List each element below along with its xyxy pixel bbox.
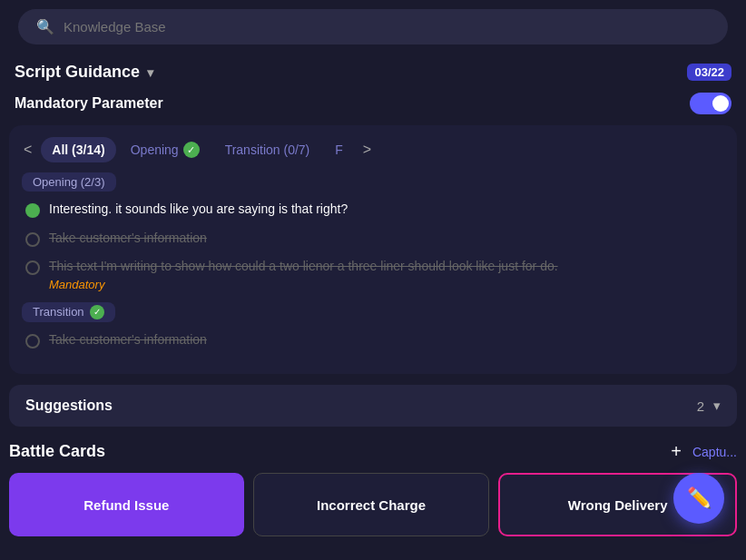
inactive-dot-icon: [25, 334, 40, 349]
tabs-row: < All (3/14) Opening ✓ Transition (0/7) …: [9, 136, 737, 163]
chevron-down-icon[interactable]: ▾: [147, 65, 153, 80]
script-tabs-card: < All (3/14) Opening ✓ Transition (0/7) …: [9, 125, 737, 374]
mandatory-parameter-row: Mandatory Parameter: [0, 89, 746, 125]
search-icon: 🔍: [36, 18, 54, 35]
battle-cards-section: Battle Cards + Captu... Refund Issue Inc…: [9, 441, 737, 536]
list-item[interactable]: This text I'm writing to show how could …: [22, 258, 724, 291]
suggestions-label: Suggestions: [25, 398, 113, 414]
mandatory-parameter-label: Mandatory Parameter: [15, 95, 163, 112]
search-input[interactable]: [64, 19, 710, 34]
list-item[interactable]: Take customer's information: [22, 230, 724, 248]
capture-button[interactable]: Captu...: [692, 445, 737, 459]
list-item[interactable]: Take customer's information: [22, 331, 724, 349]
tab-all[interactable]: All (3/14): [41, 137, 115, 162]
tabs-next-button[interactable]: >: [358, 138, 377, 162]
tabs-prev-button[interactable]: <: [18, 138, 37, 162]
battle-cards-actions: + Captu...: [671, 441, 737, 462]
edit-icon: ✏️: [687, 486, 712, 510]
fab-edit-button[interactable]: ✏️: [673, 473, 724, 524]
inactive-dot-icon: [25, 232, 40, 247]
opening-group-label: Opening (2/3): [22, 172, 116, 192]
tab-f[interactable]: F: [324, 137, 354, 162]
list-item[interactable]: Interesting. it sounds like you are sayi…: [22, 201, 724, 219]
battle-cards-row: Refund Issue Incorrect Charge Wrong Deli…: [9, 473, 737, 536]
suggestions-count: 2: [697, 398, 704, 414]
suggestions-right: 2 ▾: [697, 398, 721, 414]
search-bar[interactable]: 🔍: [18, 9, 728, 44]
script-guidance-title: Script Guidance ▾: [15, 63, 153, 82]
battle-cards-title: Battle Cards: [9, 442, 105, 461]
transition-check-icon: ✓: [90, 305, 104, 319]
opening-check-icon: ✓: [183, 142, 200, 158]
inactive-dot-icon: [25, 260, 40, 275]
transition-group-label: Transition ✓: [22, 302, 115, 322]
tab-opening[interactable]: Opening ✓: [120, 136, 211, 163]
script-guidance-badge: 03/22: [687, 64, 731, 81]
mandatory-tag: Mandatory: [49, 278, 558, 291]
mandatory-parameter-toggle[interactable]: [690, 93, 731, 114]
script-content-area[interactable]: Opening (2/3) Interesting. it sounds lik…: [9, 163, 737, 363]
suggestions-row[interactable]: Suggestions 2 ▾: [9, 385, 737, 427]
script-item-text: Take customer's information: [49, 230, 207, 248]
active-dot-icon: [25, 203, 40, 218]
script-item-text: This text I'm writing to show how could …: [49, 259, 558, 273]
battle-card-incorrect[interactable]: Incorrect Charge: [253, 473, 490, 536]
script-item-text: Take customer's information: [49, 331, 207, 349]
script-guidance-header: Script Guidance ▾ 03/22: [0, 52, 746, 89]
tab-transition[interactable]: Transition (0/7): [214, 137, 321, 162]
chevron-down-icon: ▾: [713, 398, 721, 414]
battle-cards-header: Battle Cards + Captu...: [9, 441, 737, 462]
add-battle-card-button[interactable]: +: [671, 441, 682, 462]
battle-card-refund[interactable]: Refund Issue: [9, 473, 244, 536]
script-item-text: Interesting. it sounds like you are sayi…: [49, 201, 348, 219]
